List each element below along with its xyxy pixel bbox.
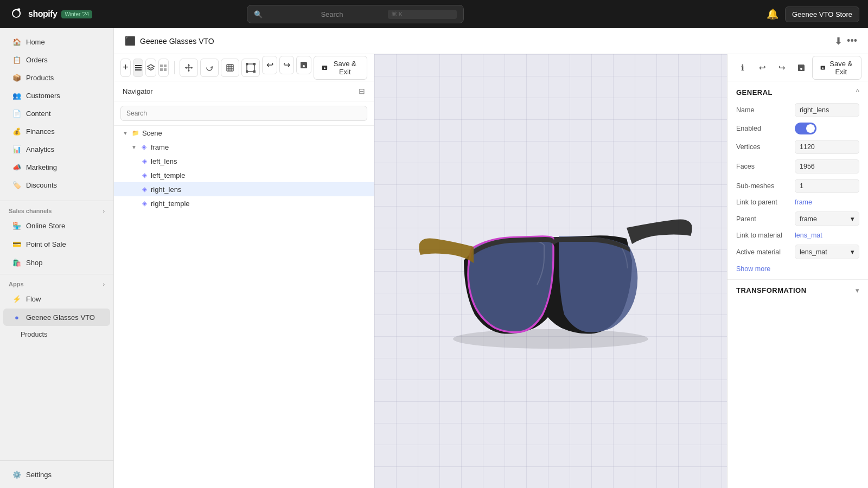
sidebar: 🏠 Home 📋 Orders 📦 Products 👥 Customers 📄… [0, 28, 114, 488]
undo-button[interactable]: ↩ [262, 56, 277, 74]
search-bar[interactable]: 🔍 Search ⌘ K [247, 5, 464, 23]
list-view-button[interactable] [133, 59, 143, 77]
expand-apps-icon[interactable]: › [103, 281, 105, 287]
navigator-filter-icon[interactable]: ⊟ [359, 87, 365, 95]
svg-point-7 [246, 70, 248, 73]
sidebar-item-analytics[interactable]: 📊 Analytics [3, 140, 110, 158]
right-temple-icon: ◈ [140, 199, 149, 208]
tree-item-left-temple[interactable]: ◈ left_temple [114, 168, 374, 182]
params-header: GENERAL ^ [736, 88, 859, 97]
parent-select[interactable]: frame ▾ [795, 211, 859, 226]
sidebar-item-settings[interactable]: ⚙️ Settings [3, 466, 110, 483]
sidebar-item-products[interactable]: 📦 Products [3, 69, 110, 86]
link-material-value[interactable]: lens_mat [795, 232, 822, 239]
home-icon: 🏠 [12, 37, 22, 47]
rotate-tool[interactable] [200, 59, 219, 77]
sidebar-nav: 🏠 Home 📋 Orders 📦 Products 👥 Customers 📄… [0, 28, 113, 198]
parent-chevron-icon: ▾ [851, 215, 854, 223]
vertices-label: Vertices [736, 143, 790, 151]
more-icon[interactable]: ••• [847, 35, 857, 47]
general-collapse-icon[interactable]: ^ [856, 88, 859, 97]
sidebar-item-content[interactable]: 📄 Content [3, 105, 110, 122]
name-input[interactable]: right_lens [795, 103, 859, 117]
active-material-select[interactable]: lens_mat ▾ [795, 245, 859, 259]
active-material-chevron-icon: ▾ [851, 248, 854, 256]
sidebar-footer: ⚙️ Settings [0, 460, 113, 488]
sales-channels-section: Sales channels › [0, 203, 113, 216]
sidebar-label-customers: Customers [26, 92, 60, 100]
add-button[interactable]: + [120, 59, 131, 77]
tree-item-right-lens[interactable]: ◈ right_lens [114, 182, 374, 196]
canvas-area[interactable] [374, 54, 727, 488]
sidebar-item-marketing[interactable]: 📣 Marketing [3, 158, 110, 176]
page-actions: ⬇ ••• [834, 35, 857, 47]
redo-button[interactable]: ↪ [279, 56, 294, 74]
tree-item-scene[interactable]: ▼ 📁 Scene [114, 126, 374, 140]
left-lens-label: left_lens [151, 157, 177, 165]
sidebar-item-orders[interactable]: 📋 Orders [3, 51, 110, 68]
geenee-icon: ● [12, 312, 22, 322]
submeshes-label: Sub-meshes [736, 182, 790, 190]
notification-icon[interactable]: 🔔 [767, 8, 778, 20]
link-parent-value[interactable]: frame [795, 198, 812, 206]
sidebar-label-shop: Shop [26, 259, 42, 267]
tree-item-left-lens[interactable]: ◈ left_lens [114, 154, 374, 168]
tree-item-right-temple[interactable]: ◈ right_temple [114, 196, 374, 210]
right-toolbar-right: Save & Exit [812, 56, 861, 80]
undo-r-button[interactable]: ↩ [754, 59, 771, 76]
transformation-expand-icon[interactable]: ▾ [856, 286, 859, 294]
search-label: Search [321, 10, 383, 18]
navigator-search-input[interactable] [120, 106, 367, 121]
general-title: GENERAL [736, 88, 773, 97]
layers-button[interactable] [145, 59, 156, 77]
texture-button[interactable] [158, 59, 169, 77]
tree-item-frame[interactable]: ▼ ◈ frame [114, 140, 374, 154]
sidebar-item-finances[interactable]: 💰 Finances [3, 123, 110, 140]
right-temple-label: right_temple [151, 200, 190, 208]
sidebar-label-orders: Orders [26, 56, 48, 64]
scene-label: Scene [142, 129, 162, 137]
sales-channels-label: Sales channels [9, 208, 52, 214]
store-button[interactable]: Geenee VTO Store [785, 7, 859, 22]
sidebar-item-discounts[interactable]: 🏷️ Discounts [3, 176, 110, 194]
shop-icon: 🛍️ [12, 258, 22, 267]
sidebar-item-point-of-sale[interactable]: 💳 Point of Sale [3, 235, 110, 253]
sidebar-label-products-sub: Products [21, 331, 47, 338]
expand-sales-icon[interactable]: › [103, 208, 105, 214]
svg-point-6 [253, 63, 256, 65]
sidebar-item-flow[interactable]: ⚡ Flow [3, 290, 110, 307]
search-shortcut: ⌘ K [388, 10, 457, 19]
save-icon-btn[interactable] [296, 56, 311, 74]
scale-tool[interactable] [221, 59, 239, 77]
move-tool[interactable] [180, 59, 198, 77]
sidebar-item-shop[interactable]: 🛍️ Shop [3, 254, 110, 271]
right-panel: ℹ ↩ ↪ Save & Exit [727, 54, 868, 488]
redo-r-button[interactable]: ↪ [773, 59, 790, 76]
finances-icon: 💰 [12, 126, 22, 136]
logo[interactable]: shopify Winter '24 [9, 7, 92, 22]
sidebar-label-marketing: Marketing [26, 163, 57, 171]
svg-rect-0 [135, 65, 142, 66]
info-button[interactable]: ℹ [734, 59, 751, 76]
sidebar-item-online-store[interactable]: 🏪 Online Store [3, 217, 110, 234]
show-more-link[interactable]: Show more [736, 265, 770, 273]
editor-container: + [114, 54, 868, 488]
download-icon[interactable]: ⬇ [834, 35, 843, 47]
parent-select-value: frame [800, 215, 817, 223]
sidebar-item-home[interactable]: 🏠 Home [3, 33, 110, 50]
sidebar-item-customers[interactable]: 👥 Customers [3, 87, 110, 104]
save-exit-right-button[interactable]: Save & Exit [812, 56, 861, 80]
enabled-toggle[interactable] [795, 123, 816, 134]
svg-rect-4 [247, 64, 254, 72]
transform-tool[interactable] [241, 59, 260, 77]
save-r-button[interactable] [793, 59, 810, 76]
sidebar-item-geenee[interactable]: ● Geenee Glasses VTO [3, 309, 110, 326]
marketing-icon: 📣 [12, 162, 22, 172]
editor-toolbar: + [114, 54, 374, 81]
discounts-icon: 🏷️ [12, 180, 22, 190]
orders-icon: 📋 [12, 55, 22, 65]
svg-point-5 [246, 63, 248, 65]
sidebar-divider-1 [0, 201, 113, 201]
sidebar-item-products-sub[interactable]: Products [3, 327, 110, 342]
save-exit-button[interactable]: Save & Exit [314, 56, 367, 80]
